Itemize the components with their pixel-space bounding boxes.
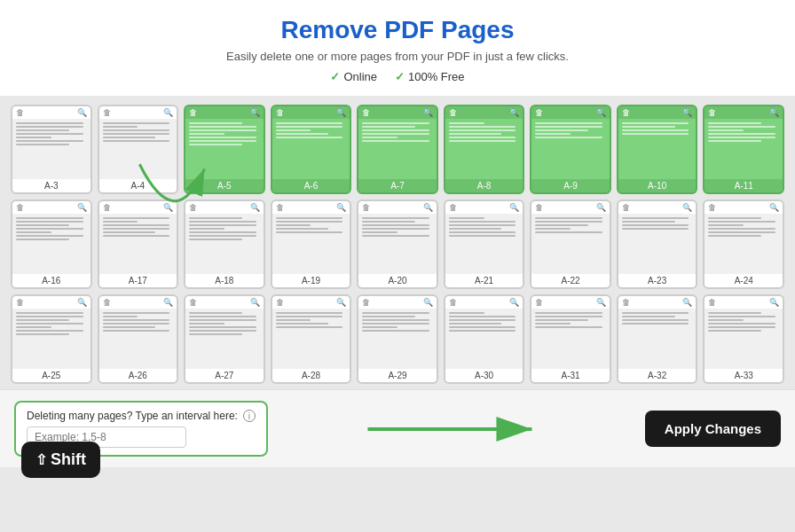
trash-icon[interactable]: 🗑 <box>362 203 370 212</box>
page-card-a-11[interactable]: 🗑🔍A-11 <box>703 105 784 194</box>
page-label: A-32 <box>648 369 666 382</box>
page-card-a-30[interactable]: 🗑🔍A-30 <box>444 294 525 384</box>
page-label: A-20 <box>388 274 406 287</box>
trash-icon[interactable]: 🗑 <box>535 203 543 212</box>
page-card-a-10[interactable]: 🗑🔍A-10 <box>617 105 698 194</box>
trash-icon[interactable]: 🗑 <box>16 203 24 212</box>
page-card-a-4[interactable]: 🗑🔍A-4 <box>98 105 179 194</box>
page-card-a-5[interactable]: 🗑🔍A-5 <box>184 105 265 194</box>
page-card-a-27[interactable]: 🗑🔍A-27 <box>184 294 265 384</box>
trash-icon[interactable]: 🗑 <box>708 298 716 307</box>
page-card-a-28[interactable]: 🗑🔍A-28 <box>271 294 352 384</box>
trash-icon[interactable]: 🗑 <box>362 298 370 307</box>
trash-icon[interactable]: 🗑 <box>103 203 111 212</box>
page-card-a-16[interactable]: 🗑🔍A-16 <box>11 200 92 289</box>
free-label: 100% Free <box>408 70 465 83</box>
page-card-a-24[interactable]: 🗑🔍A-24 <box>703 200 784 289</box>
page-card-a-23[interactable]: 🗑🔍A-23 <box>617 200 698 289</box>
zoom-icon[interactable]: 🔍 <box>163 203 173 212</box>
zoom-icon[interactable]: 🔍 <box>423 203 433 212</box>
zoom-icon[interactable]: 🔍 <box>682 108 692 117</box>
trash-icon[interactable]: 🗑 <box>103 298 111 307</box>
page-card-a-8[interactable]: 🗑🔍A-8 <box>444 105 525 194</box>
zoom-icon[interactable]: 🔍 <box>509 203 519 212</box>
zoom-icon[interactable]: 🔍 <box>423 298 433 307</box>
trash-icon[interactable]: 🗑 <box>535 108 543 117</box>
page-card-a-9[interactable]: 🗑🔍A-9 <box>530 105 611 194</box>
trash-icon[interactable]: 🗑 <box>708 108 716 117</box>
zoom-icon[interactable]: 🔍 <box>77 298 87 307</box>
page-card-a-25[interactable]: 🗑🔍A-25 <box>11 294 92 384</box>
zoom-icon[interactable]: 🔍 <box>336 298 346 307</box>
zoom-icon[interactable]: 🔍 <box>769 203 779 212</box>
page-card-a-22[interactable]: 🗑🔍A-22 <box>530 200 611 289</box>
page-card-a-19[interactable]: 🗑🔍A-19 <box>271 200 352 289</box>
info-icon[interactable]: i <box>243 410 256 422</box>
trash-icon[interactable]: 🗑 <box>708 203 716 212</box>
page-label: A-29 <box>388 369 406 382</box>
page-card-a-20[interactable]: 🗑🔍A-20 <box>357 200 438 289</box>
trash-icon[interactable]: 🗑 <box>622 108 630 117</box>
zoom-icon[interactable]: 🔍 <box>77 203 87 212</box>
page-card-a-6[interactable]: 🗑🔍A-6 <box>271 105 352 194</box>
page-label: A-5 <box>217 179 232 192</box>
page-card-a-33[interactable]: 🗑🔍A-33 <box>703 294 784 384</box>
zoom-icon[interactable]: 🔍 <box>596 203 606 212</box>
page-card-a-3[interactable]: 🗑🔍A-3 <box>11 105 92 194</box>
zoom-icon[interactable]: 🔍 <box>250 108 260 117</box>
zoom-icon[interactable]: 🔍 <box>77 108 87 117</box>
zoom-icon[interactable]: 🔍 <box>163 108 173 117</box>
page-card-a-26[interactable]: 🗑🔍A-26 <box>98 294 179 384</box>
shift-label: Shift <box>51 450 86 469</box>
trash-icon[interactable]: 🗑 <box>449 298 457 307</box>
page-label: A-31 <box>562 369 580 382</box>
page-label: A-19 <box>302 274 320 287</box>
trash-icon[interactable]: 🗑 <box>276 203 284 212</box>
page-label: A-18 <box>215 274 233 287</box>
page-label: A-30 <box>475 369 493 382</box>
page-label: A-10 <box>648 179 666 192</box>
zoom-icon[interactable]: 🔍 <box>769 108 779 117</box>
trash-icon[interactable]: 🗑 <box>622 203 630 212</box>
trash-icon[interactable]: 🗑 <box>362 108 370 117</box>
zoom-icon[interactable]: 🔍 <box>163 298 173 307</box>
zoom-icon[interactable]: 🔍 <box>336 203 346 212</box>
trash-icon[interactable]: 🗑 <box>16 108 24 117</box>
trash-icon[interactable]: 🗑 <box>189 108 197 117</box>
online-label: Online <box>343 70 377 83</box>
page-label: A-33 <box>735 369 753 382</box>
page-card-a-31[interactable]: 🗑🔍A-31 <box>530 294 611 384</box>
apply-changes-button[interactable]: Apply Changes <box>645 411 781 447</box>
page-label: A-28 <box>302 369 320 382</box>
trash-icon[interactable]: 🗑 <box>535 298 543 307</box>
page-card-a-29[interactable]: 🗑🔍A-29 <box>357 294 438 384</box>
page-card-a-21[interactable]: 🗑🔍A-21 <box>444 200 525 289</box>
page-label: A-25 <box>42 369 60 382</box>
trash-icon[interactable]: 🗑 <box>276 108 284 117</box>
page-card-a-7[interactable]: 🗑🔍A-7 <box>357 105 438 194</box>
zoom-icon[interactable]: 🔍 <box>682 203 692 212</box>
trash-icon[interactable]: 🗑 <box>622 298 630 307</box>
page-subtitle: Easily delete one or more pages from you… <box>18 50 777 63</box>
zoom-icon[interactable]: 🔍 <box>769 298 779 307</box>
zoom-icon[interactable]: 🔍 <box>596 298 606 307</box>
trash-icon[interactable]: 🗑 <box>276 298 284 307</box>
zoom-icon[interactable]: 🔍 <box>250 203 260 212</box>
page-card-a-18[interactable]: 🗑🔍A-18 <box>184 200 265 289</box>
trash-icon[interactable]: 🗑 <box>189 298 197 307</box>
zoom-icon[interactable]: 🔍 <box>336 108 346 117</box>
trash-icon[interactable]: 🗑 <box>449 203 457 212</box>
trash-icon[interactable]: 🗑 <box>189 203 197 212</box>
trash-icon[interactable]: 🗑 <box>449 108 457 117</box>
page-card-a-32[interactable]: 🗑🔍A-32 <box>617 294 698 384</box>
zoom-icon[interactable]: 🔍 <box>596 108 606 117</box>
page-card-a-17[interactable]: 🗑🔍A-17 <box>98 200 179 289</box>
zoom-icon[interactable]: 🔍 <box>423 108 433 117</box>
zoom-icon[interactable]: 🔍 <box>509 298 519 307</box>
zoom-icon[interactable]: 🔍 <box>682 298 692 307</box>
zoom-icon[interactable]: 🔍 <box>250 298 260 307</box>
trash-icon[interactable]: 🗑 <box>103 108 111 117</box>
check-icon-online: ✓ <box>330 70 340 83</box>
zoom-icon[interactable]: 🔍 <box>509 108 519 117</box>
trash-icon[interactable]: 🗑 <box>16 298 24 307</box>
